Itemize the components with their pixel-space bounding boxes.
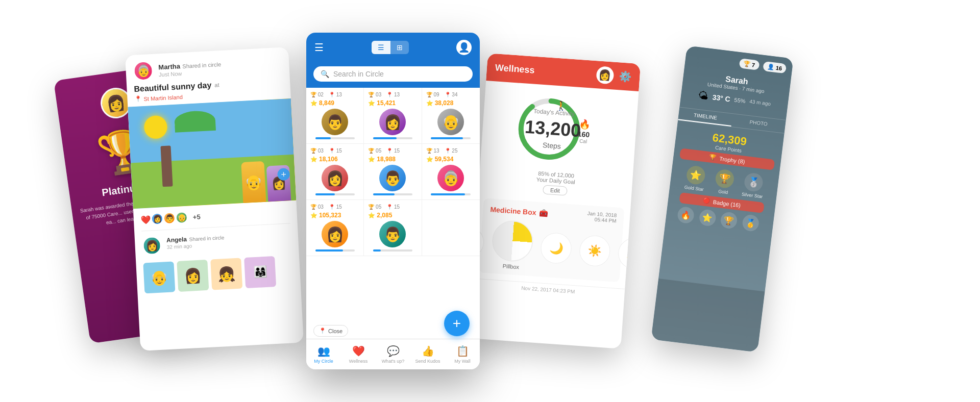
pillbox-pie-chart [491,219,534,263]
search-input-wrap[interactable]: 🔍 Search in Circle [313,66,473,82]
nav-mywall-label: My Wall [454,359,471,364]
close-label: Close [328,328,342,334]
search-placeholder-text: Search in Circle [333,70,384,78]
plus-reactions-count: +5 [192,213,201,221]
profile-btn[interactable]: 👤 [456,40,472,55]
cell-6-stats: 🏆 13 📍 25 [426,148,476,154]
cal-number: 160 [577,130,590,139]
post1-username: Martha [158,62,180,71]
cell-3-bar [431,137,471,139]
grid-view-btn[interactable]: ⊞ [390,41,409,54]
steps-info: Today's Activity 13,200 Steps [523,107,582,152]
cell-7-avatar: 👩 [322,221,348,247]
badge-icon-1: 🔥 [677,206,695,224]
cell-3-stats: 🏆 09 📍 34 [426,92,476,97]
post2-username: Angela [166,236,187,244]
close-location-icon: 📍 [319,328,326,334]
nav-wellness[interactable]: ❤️ Wellness [341,345,376,364]
grid-row-1: 🏆 02 📍 13 ⭐ 8,849 👨 🏆 03 📍 13 [306,88,480,144]
cell-2-points: ⭐ 15,421 [368,99,417,107]
steps-number: 13,200 [524,116,582,142]
goldstar-label: Gold Star [684,185,704,192]
nav-mywall[interactable]: 📋 My Wall [445,345,480,364]
humidity-value: 55% [734,96,746,104]
post2-badge: Shared in circle [189,235,224,242]
medicine-title: Medicine Box 🧰 [490,205,548,217]
cell-4-stats: 🏆 03 📍 15 [310,148,359,154]
kudos-icon: 👍 [422,345,434,357]
badge-row-label: Badge (16) [713,198,741,208]
cell-4-points: ⭐ 18,106 [310,156,359,163]
cell-5-bar [373,193,412,195]
nav-kudos-label: Send Kudos [415,359,440,364]
cell-8-avatar: 👨 [379,221,406,247]
wellness-title: Wellness [495,62,535,76]
award-goldstar: ⭐ Gold Star [681,164,710,192]
person-badge-icon: 👤 [767,63,774,71]
cell-1-stats: 🏆 02 📍 13 [310,92,359,97]
post1-avatar: 👵 [133,60,154,82]
badge-row-icon: 🔴 [702,197,710,205]
trophy-count-value: 7 [751,62,755,68]
cell-8-points: ⭐ 2,085 [368,212,417,219]
medicine-section: Medicine Box 🧰 Jan 10, 2018 05:44 PM 🍽️ … [479,198,625,282]
close-button[interactable]: 📍 Close [313,325,348,337]
reaction-avatar-1: 👩 [151,212,163,225]
cell-5-points: ⭐ 18,988 [368,156,417,163]
medicine-box-icon: 🧰 [539,209,548,217]
award-silver: 🥈 Silver Star [739,171,768,199]
person-count-badge: 👤 16 [763,61,787,73]
hamburger-icon[interactable]: ☰ [314,41,324,54]
nav-whatsup[interactable]: 💬 What's up? [376,345,410,364]
trophy-row-label: Trophy (8) [719,155,745,164]
med-icon-3: ☀️ [578,235,611,267]
settings-icon[interactable]: ⚙️ [619,70,632,83]
fab-add-button[interactable]: + [444,311,470,336]
trophy-row-icon: 🏆 [709,154,717,161]
cell-3-location: 📍 34 [445,92,458,97]
tab-photo[interactable]: PHOTO [731,114,786,133]
cell-4-avatar: 👩 [322,165,348,191]
cell-1-trophy: 🏆 02 [310,92,324,97]
points-section: 62,309 Care Points 🏆 Trophy (8) ⭐ Gold S… [665,123,783,240]
nav-mycircle[interactable]: 👥 My Circle [306,345,341,364]
cell-2-bar [373,137,412,139]
grid-cell-8: 🏆 05 📍 15 ⭐ 2,085 👨 [364,200,422,256]
tab-timeline[interactable]: TIMELINE [678,107,732,127]
cell-4-bar [315,193,355,195]
mycircle-icon: 👥 [317,345,330,357]
pillbox-label: Pillbox [491,262,532,271]
wellness-user-avatar: 👩 [596,66,614,84]
med-icon-4: 🔔 [617,237,641,270]
cell-8-stats: 🏆 05 📍 15 [368,204,417,210]
edit-goal-button[interactable]: Edit [542,185,568,195]
cell-6-points: ⭐ 59,534 [426,156,476,163]
nav-sendkudos[interactable]: 👍 Send Kudos [410,345,445,364]
person-count-value: 16 [775,64,782,71]
calorie-info: 🔥 160 Cal [577,118,591,144]
cell-7-location: 📍 15 [329,204,342,210]
goldstar-icon: ⭐ [685,165,706,185]
view-toggle[interactable]: ☰ ⊞ [372,41,409,54]
cell-3-trophy: 🏆 09 [426,92,439,97]
silver-label: Silver Star [741,192,763,199]
cell-1-location: 📍 13 [329,92,342,97]
search-icon: 🔍 [321,70,329,78]
cell-2-avatar: 👩 [379,109,406,135]
gold-label: Gold [718,189,728,195]
grid-cell-1: 🏆 02 📍 13 ⭐ 8,849 👨 [306,88,364,143]
list-view-btn[interactable]: ☰ [372,41,390,54]
social-card: 👵 Martha Shared in circle Just Now Beaut… [125,47,304,351]
cell-6-bar [431,193,471,195]
post2-avatar: 👩 [142,236,162,256]
palmtree-decoration [160,145,173,187]
temperature-value: 33° C [712,93,731,103]
app-scene: 👩 🏆 Platinum S Sarah was awarded the Pla… [0,0,980,402]
cell-6-trophy: 🏆 13 [426,148,439,154]
cell-1-bar [315,137,355,139]
wellness-nav-icon: ❤️ [352,345,365,357]
cal-label: Cal [577,138,590,144]
cell-6-avatar: 👵 [437,165,464,191]
search-bar-area: 🔍 Search in Circle [306,62,480,88]
cell-1-avatar: 👨 [322,109,348,135]
